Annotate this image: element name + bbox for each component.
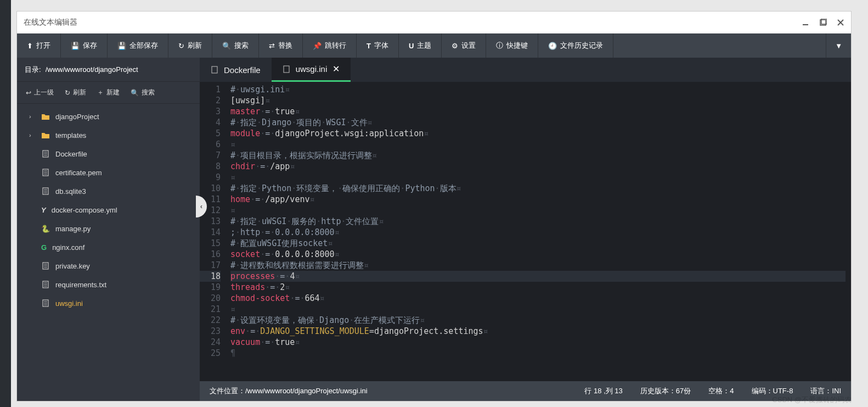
main-area: 目录: /www/wwwroot/djangoProject ↩上一级 ↻刷新 … <box>17 58 851 401</box>
code-line[interactable]: #·指定·Django·项目的·WSGI·文件¤ <box>230 117 846 128</box>
tree-item-docker-compose-yml[interactable]: Ydocker-compose.yml <box>17 200 200 219</box>
info-icon: ⓘ <box>496 41 503 51</box>
tree-item-label: docker-compose.yml <box>52 206 117 214</box>
replace-button[interactable]: ⇄替换 <box>259 34 303 58</box>
code-line[interactable]: ¤ <box>230 172 846 183</box>
file-icon <box>41 261 50 270</box>
code-line[interactable]: ¤ <box>230 304 846 315</box>
code-line[interactable]: socket·=·0.0.0.0:8000¤ <box>230 249 846 260</box>
file-icon: 🐍 <box>41 225 50 233</box>
status-indent[interactable]: 空格：4 <box>708 386 734 396</box>
tab-uwsgi-ini[interactable]: uwsgi.ini✕ <box>272 58 351 82</box>
shortcuts-button[interactable]: ⓘ快捷键 <box>486 34 538 58</box>
file-icon: Y <box>41 206 46 214</box>
save-all-button[interactable]: 💾全部保存 <box>108 34 168 58</box>
explorer-refresh-button[interactable]: ↻刷新 <box>59 88 92 97</box>
tree-item-label: Dockerfile <box>55 150 87 158</box>
font-button[interactable]: T字体 <box>357 34 399 58</box>
code-line[interactable]: env·=·DJANGO_SETTINGS_MODULE=djangoProje… <box>230 326 846 337</box>
close-icon[interactable] <box>837 19 844 26</box>
open-button[interactable]: ⬆打开 <box>17 34 61 58</box>
plus-icon: ＋ <box>97 88 104 97</box>
close-tab-icon[interactable]: ✕ <box>332 64 340 74</box>
line-gutter[interactable]: 1234567891011121314151617181920212223242… <box>200 82 225 381</box>
directory-path[interactable]: /www/wwwroot/djangoProject <box>46 65 192 74</box>
tree-item-label: templates <box>55 131 86 140</box>
code-line[interactable]: chmod-socket·=·664¤ <box>230 293 846 304</box>
new-file-button[interactable]: ＋新建 <box>92 88 125 97</box>
watermark-text: CSDN @不爱搬砖的码农 <box>772 395 852 405</box>
file-icon <box>283 65 290 74</box>
directory-bar: 目录: /www/wwwroot/djangoProject <box>17 58 200 82</box>
font-icon: T <box>367 42 371 50</box>
folder-icon <box>41 131 50 139</box>
code-line[interactable]: master·=·true¤ <box>230 106 846 117</box>
code-lines[interactable]: #·uwsgi.ini¤[uwsgi]¤master·=·true¤#·指定·D… <box>225 82 851 381</box>
code-line[interactable]: #·uwsgi.ini¤ <box>230 84 846 95</box>
tree-item-manage-py[interactable]: 🐍manage.py <box>17 219 200 238</box>
tree-item-certificate-pem[interactable]: certificate.pem <box>17 163 200 182</box>
code-line[interactable]: home·=·/app/venv¤ <box>230 194 846 205</box>
refresh-button[interactable]: ↻刷新 <box>168 34 212 58</box>
window-titlebar: 在线文本编辑器 <box>17 12 851 34</box>
code-line[interactable]: vacuum·=·true¤ <box>230 337 846 348</box>
minimize-icon[interactable] <box>802 19 809 26</box>
folder-icon <box>41 113 50 120</box>
file-icon <box>41 280 50 289</box>
code-line[interactable]: ¶ <box>230 348 846 359</box>
code-line[interactable]: ¤ <box>230 205 846 216</box>
status-history[interactable]: 历史版本：67份 <box>640 386 691 396</box>
tree-item-label: uwsgi.ini <box>55 299 83 308</box>
goto-button[interactable]: 📌跳转行 <box>303 34 357 58</box>
code-editor: Dockerfileuwsgi.ini✕ 1234567891011121314… <box>200 58 851 401</box>
tree-item-Dockerfile[interactable]: Dockerfile <box>17 144 200 163</box>
code-line[interactable]: #·项目根目录，根据实际情况进行调整¤ <box>230 150 846 161</box>
tree-item-private-key[interactable]: private.key <box>17 257 200 275</box>
tree-item-requirements-txt[interactable]: requirements.txt <box>17 275 200 294</box>
tree-item-uwsgi-ini[interactable]: uwsgi.ini <box>17 294 200 313</box>
status-position[interactable]: 行 18 ,列 13 <box>584 386 622 396</box>
chevron-left-icon: ‹ <box>200 202 202 210</box>
code-line[interactable]: #·指定·uWSGI·服务的·http·文件位置¤ <box>230 216 846 227</box>
expand-toolbar-button[interactable]: ▼ <box>826 34 851 58</box>
code-line[interactable]: #·设置环境变量，确保·Django·在生产模式下运行¤ <box>230 315 846 326</box>
search-button[interactable]: 🔍搜索 <box>212 34 259 58</box>
code-line[interactable]: #·指定·Python·环境变量，·确保使用正确的·Python·版本¤ <box>230 183 846 194</box>
tree-item-nginx-conf[interactable]: Gnginx.conf <box>17 238 200 257</box>
file-icon <box>41 187 50 196</box>
file-explorer: 目录: /www/wwwroot/djangoProject ↩上一级 ↻刷新 … <box>17 58 200 401</box>
code-line[interactable]: [uwsgi]¤ <box>230 95 846 106</box>
tree-item-label: db.sqlite3 <box>55 187 86 196</box>
tree-item-label: nginx.conf <box>52 243 84 252</box>
maximize-icon[interactable] <box>819 19 827 26</box>
tree-item-db-sqlite3[interactable]: db.sqlite3 <box>17 182 200 200</box>
chevron-down-icon: ▼ <box>835 42 842 50</box>
chevron-right-icon: › <box>29 132 36 138</box>
tab-Dockerfile[interactable]: Dockerfile <box>200 58 272 82</box>
save-all-icon: 💾 <box>117 42 126 50</box>
explorer-toolbar: ↩上一级 ↻刷新 ＋新建 🔍搜索 <box>17 82 200 104</box>
code-line[interactable]: #·进程数和线程数根据需要进行调整¤ <box>230 260 846 271</box>
code-line[interactable]: ;·http·=·0.0.0.0:8000¤ <box>230 227 846 238</box>
tree-item-djangoProject[interactable]: ›djangoProject <box>17 107 200 126</box>
editor-tabs: Dockerfileuwsgi.ini✕ <box>200 58 851 82</box>
theme-button[interactable]: U主题 <box>399 34 442 58</box>
save-button[interactable]: 💾保存 <box>61 34 108 58</box>
code-area[interactable]: 1234567891011121314151617181920212223242… <box>200 82 851 381</box>
settings-button[interactable]: ⚙设置 <box>442 34 486 58</box>
explorer-search-button[interactable]: 🔍搜索 <box>125 88 160 97</box>
code-line[interactable]: #·配置uWSGI使用socket¤ <box>230 238 846 249</box>
chevron-right-icon: › <box>29 113 36 120</box>
tree-item-templates[interactable]: ›templates <box>17 126 200 144</box>
code-line[interactable]: ¤ <box>230 139 846 150</box>
pin-icon: 📌 <box>313 42 322 50</box>
return-icon: ↩ <box>26 89 31 97</box>
code-line[interactable]: chdir·=·/app¤ <box>230 161 846 172</box>
code-line[interactable]: processes·=·4¤ <box>230 271 846 282</box>
up-level-button[interactable]: ↩上一级 <box>20 88 59 97</box>
history-button[interactable]: 🕘文件历史记录 <box>538 34 613 58</box>
code-line[interactable]: module·=·djangoProject.wsgi:application¤ <box>230 128 846 139</box>
code-line[interactable]: threads·=·2¤ <box>230 282 846 293</box>
app-left-rail <box>0 0 11 407</box>
search-icon: 🔍 <box>222 42 231 50</box>
